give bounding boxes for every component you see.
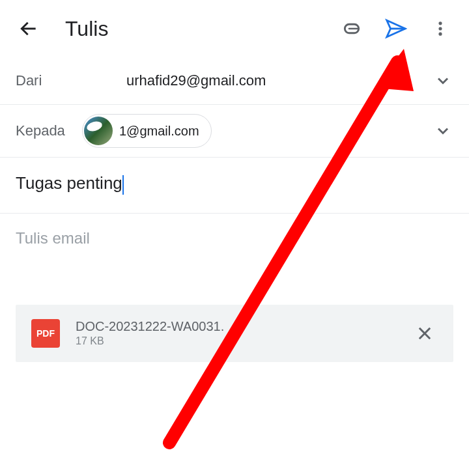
body-placeholder: Tulis email bbox=[16, 229, 453, 247]
attachment-card[interactable]: PDF DOC-20231222-WA0031. 17 KB bbox=[16, 305, 453, 362]
page-title: Tulis bbox=[65, 17, 339, 41]
send-button[interactable] bbox=[383, 16, 409, 42]
pdf-icon: PDF bbox=[31, 319, 60, 348]
arrow-left-icon bbox=[18, 18, 39, 39]
recipient-email: 1@gmail.com bbox=[119, 124, 199, 139]
more-button[interactable] bbox=[427, 16, 453, 42]
from-label: Dari bbox=[16, 72, 74, 89]
email-body-field[interactable]: Tulis email bbox=[0, 214, 469, 263]
svg-point-6 bbox=[438, 33, 442, 36]
to-label: Kepada bbox=[16, 122, 74, 139]
header-actions bbox=[339, 16, 453, 42]
chevron-down-icon bbox=[434, 72, 452, 90]
to-field[interactable]: Kepada 1@gmail.com bbox=[0, 105, 469, 158]
attach-button[interactable] bbox=[339, 16, 365, 42]
subject-field[interactable]: Tugas penting bbox=[0, 158, 469, 214]
recipient-avatar bbox=[84, 117, 113, 145]
svg-point-4 bbox=[438, 21, 442, 25]
attachment-filename: DOC-20231222-WA0031. bbox=[76, 319, 412, 334]
back-button[interactable] bbox=[16, 16, 42, 42]
text-cursor bbox=[122, 175, 124, 195]
close-icon bbox=[416, 324, 434, 343]
attachment-size: 17 KB bbox=[76, 335, 412, 347]
to-chevron[interactable] bbox=[433, 120, 453, 141]
remove-attachment-button[interactable] bbox=[412, 320, 438, 346]
attachment-icon bbox=[341, 18, 362, 39]
send-icon bbox=[385, 18, 407, 40]
attachment-info: DOC-20231222-WA0031. 17 KB bbox=[76, 319, 412, 347]
more-vert-icon bbox=[431, 20, 449, 38]
svg-point-5 bbox=[438, 27, 442, 30]
from-email: urhafid29@gmail.com bbox=[126, 72, 433, 89]
from-chevron[interactable] bbox=[433, 70, 453, 91]
compose-header: Tulis bbox=[0, 0, 469, 57]
subject-text: Tugas penting bbox=[16, 173, 122, 193]
from-field[interactable]: Dari urhafid29@gmail.com bbox=[0, 57, 469, 105]
chevron-down-icon bbox=[434, 122, 452, 140]
recipient-chip[interactable]: 1@gmail.com bbox=[82, 114, 212, 148]
